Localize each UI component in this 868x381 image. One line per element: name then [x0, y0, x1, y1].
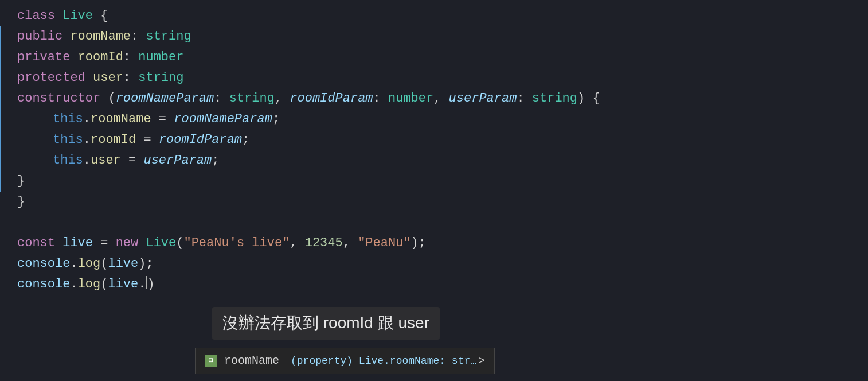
code-line-9: }	[0, 171, 868, 192]
eq-2: =	[136, 130, 159, 150]
semi-3: ;	[212, 150, 219, 170]
brace-open: {	[100, 6, 108, 26]
code-line-6: this . roomName = roomNameParam ;	[0, 109, 868, 130]
code-line-1: class Live {	[0, 6, 868, 26]
brace-close-class: }	[17, 192, 25, 212]
colon-p2: :	[373, 88, 388, 108]
keyword-private: private	[17, 47, 78, 67]
code-line-blank	[0, 212, 868, 233]
text-cursor	[146, 276, 147, 289]
paren-log-1-close: );	[138, 254, 153, 274]
live-arg-1: live	[108, 254, 138, 274]
live-arg-2: live	[108, 274, 138, 294]
val-userParam: userParam	[143, 150, 212, 170]
val-roomIdParam: roomIdParam	[159, 130, 242, 150]
keyword-new: new	[116, 233, 146, 253]
field-roomName: roomName	[70, 26, 131, 46]
type-string-1: string	[146, 26, 191, 46]
colon-p3: :	[517, 88, 531, 108]
number-12345: 12345	[305, 233, 343, 253]
this-roomName: roomName	[91, 109, 151, 129]
keyword-public: public	[17, 26, 70, 46]
paren-open: (	[108, 88, 115, 108]
eq-3: =	[121, 150, 144, 170]
code-line-7: this . roomId = roomIdParam ;	[0, 130, 868, 150]
log-method-1: log	[78, 254, 101, 274]
this-3: this	[53, 150, 83, 170]
class-name: Live	[62, 6, 100, 26]
type-string-2: string	[138, 68, 183, 88]
code-line-14: console . log ( live . )	[0, 274, 868, 295]
this-1: this	[53, 109, 83, 129]
comma-1: ,	[275, 88, 290, 108]
colon-1: :	[131, 26, 146, 46]
var-live: live	[62, 233, 100, 253]
this-user: user	[91, 150, 121, 170]
annotation-tooltip: 沒辦法存取到 roomId 跟 user	[212, 307, 440, 340]
brace-close-constructor: }	[17, 171, 25, 191]
code-line-10: }	[0, 192, 868, 212]
paren-log-2-open: (	[100, 274, 108, 294]
dot-2: .	[83, 130, 91, 150]
code-line-8: this . user = userParam ;	[0, 150, 868, 171]
code-line-12: const live = new Live ( "PeaNu's live" ,…	[0, 233, 868, 254]
autocomplete-item-detail: (property) Live.roomName: str…	[291, 353, 476, 370]
string-live-name: "PeaNu's live"	[183, 233, 290, 253]
dot-console-1: .	[70, 254, 77, 274]
comma-new-1: ,	[290, 233, 304, 253]
dot-console-2: .	[70, 274, 77, 294]
val-roomNameParam: roomNameParam	[174, 109, 272, 129]
autocomplete-item-name: roomName	[224, 352, 279, 370]
eq-const: =	[100, 233, 115, 253]
paren-close-brace: ) {	[577, 88, 600, 108]
eq-1: =	[151, 109, 174, 129]
autocomplete-expand-arrow[interactable]: >	[479, 353, 485, 370]
colon-3: :	[123, 68, 138, 88]
field-user: user	[93, 68, 123, 88]
semi-1: ;	[272, 109, 280, 129]
code-line-13: console . log ( live );	[0, 254, 868, 274]
paren-log-2-close: )	[147, 274, 154, 294]
class-live-ref: Live	[146, 233, 176, 253]
annotation-text: 沒辦法存取到 roomId 跟 user	[222, 314, 429, 332]
this-2: this	[53, 130, 83, 150]
code-line-2: public roomName : string	[0, 26, 868, 47]
console-obj-2: console	[17, 274, 70, 294]
dot-live: .	[138, 274, 146, 294]
autocomplete-popup[interactable]: ⊟ roomName (property) Live.roomName: str…	[195, 348, 495, 374]
keyword-class: class	[17, 6, 62, 26]
paren-new-open: (	[176, 233, 183, 253]
log-method-2: log	[78, 274, 101, 294]
code-editor: class Live { public roomName : string pr…	[0, 0, 868, 381]
type-string-p3: string	[532, 88, 577, 108]
code-line-3: private roomId : number	[0, 47, 868, 68]
code-line-4: protected user : string	[0, 68, 868, 88]
paren-new-close-semi: );	[411, 233, 426, 253]
type-string-p1: string	[229, 88, 275, 108]
code-line-5: constructor ( roomNameParam : string , r…	[0, 88, 868, 109]
type-number: number	[138, 47, 183, 67]
keyword-const: const	[17, 233, 62, 253]
colon-2: :	[123, 47, 138, 67]
dot-3: .	[83, 150, 91, 170]
dot-1: .	[83, 109, 91, 129]
field-roomId: roomId	[78, 47, 123, 67]
comma-new-2: ,	[343, 233, 358, 253]
autocomplete-property-icon: ⊟	[205, 355, 217, 367]
type-number-p2: number	[388, 88, 433, 108]
comma-2: ,	[433, 88, 448, 108]
param-roomNameParam: roomNameParam	[116, 88, 214, 108]
keyword-constructor: constructor	[17, 88, 108, 108]
param-userParam: userParam	[449, 88, 517, 108]
param-roomIdParam: roomIdParam	[290, 88, 373, 108]
colon-p1: :	[214, 88, 229, 108]
paren-log-1-open: (	[100, 254, 108, 274]
semi-2: ;	[242, 130, 249, 150]
this-roomId: roomId	[91, 130, 136, 150]
console-obj: console	[17, 254, 70, 274]
keyword-protected: protected	[17, 68, 93, 88]
string-peanu: "PeaNu"	[358, 233, 410, 253]
